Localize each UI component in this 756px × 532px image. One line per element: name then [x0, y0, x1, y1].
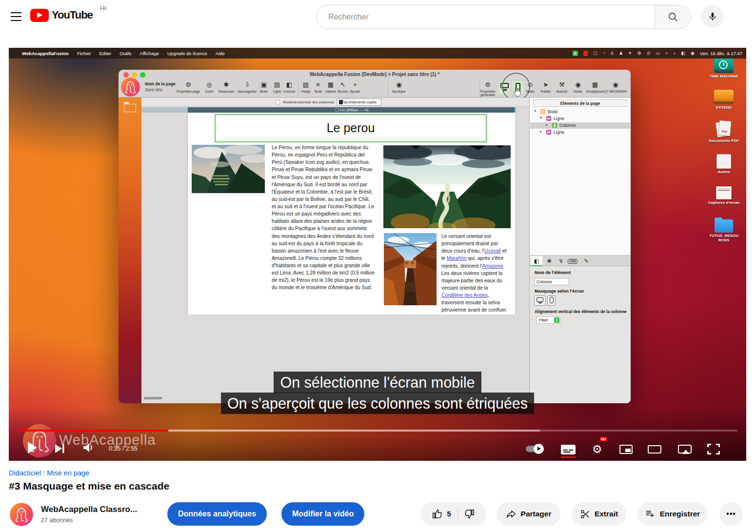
status-spark-icon[interactable]: ✦	[628, 51, 632, 56]
dislike-icon[interactable]	[464, 509, 475, 519]
mic-button[interactable]	[701, 5, 724, 28]
more-actions-button[interactable]: •••	[719, 502, 743, 526]
search-button[interactable]	[655, 5, 691, 28]
tree-row-ligne-1[interactable]: ▾ Ligne	[530, 116, 630, 122]
resize-columns-checkbox[interactable]	[276, 100, 280, 104]
settings-button[interactable]: ⚙HD	[592, 443, 602, 456]
status-camera-icon[interactable]: ◉	[691, 51, 695, 56]
article-link[interactable]: Ucayali	[484, 248, 501, 254]
tree-row-boite[interactable]: ▾ Boite	[530, 109, 630, 115]
window-titlebar[interactable]: WebAcappella Fusion (DevMode) > Projet s…	[119, 70, 631, 79]
tree-row-ligne-2[interactable]: ▸ Ligne	[530, 129, 630, 136]
status-circle-icon[interactable]: ◔	[602, 51, 605, 56]
share-button[interactable]: Partager	[497, 502, 560, 526]
vertical-align-dropdown[interactable]: Haut ▲▼	[536, 316, 560, 324]
menubar-item-editer[interactable]: Editer	[99, 51, 111, 56]
article-link[interactable]: Cordillère des Andes	[441, 293, 488, 298]
play-button[interactable]	[27, 441, 38, 454]
desktop-icon-autres[interactable]: Autres	[707, 154, 740, 174]
toolbar-button-boutique[interactable]: ◉Boutique	[387, 80, 411, 93]
like-icon[interactable]	[432, 509, 442, 519]
mask-desktop-button[interactable]	[534, 296, 546, 306]
menubar-item-aide[interactable]: Aide	[216, 51, 225, 56]
chevron-down-icon[interactable]: ▾	[540, 116, 542, 120]
miniplayer-button[interactable]	[619, 445, 633, 454]
desktop-icon-time-machine[interactable]: TIME MACHINE	[707, 59, 740, 79]
fullscreen-button[interactable]	[707, 444, 720, 454]
chevron-right-icon[interactable]: ▸	[546, 122, 548, 127]
menubar-item-fichier[interactable]: Fichier	[77, 51, 91, 56]
tab-octopus[interactable]: ❋	[543, 256, 555, 266]
status-s-icon[interactable]: S	[611, 51, 614, 56]
channel-name[interactable]: WebAcappella Classro...	[41, 505, 137, 514]
status-user-icon[interactable]: ♟	[619, 51, 623, 56]
subtitles-button[interactable]	[561, 445, 576, 454]
desktop-icon-extend[interactable]: EXTEND	[707, 90, 740, 110]
sidebar-folder-icon[interactable]	[124, 104, 136, 112]
mask-mobile-button[interactable]	[547, 296, 556, 306]
menubar-app-name[interactable]: WebAcappellaFusion	[22, 51, 69, 56]
article-paragraph-2[interactable]: Le versant oriental est principalement d…	[441, 233, 510, 314]
clip-button[interactable]: Extrait	[572, 502, 626, 526]
menubar-item-outils[interactable]: Outils	[119, 51, 131, 56]
street-image[interactable]	[384, 233, 437, 305]
breakpoint-lg-label[interactable]: 🖵 LG (992px → ∞)	[188, 107, 516, 113]
like-dislike-bar: 5	[420, 502, 486, 526]
blue-folder-icon	[715, 219, 733, 233]
title-element-selected[interactable]: Le perou	[215, 114, 487, 142]
tab-edit[interactable]: ✎	[580, 256, 592, 266]
edit-video-button[interactable]: Modifier la vidéo	[281, 502, 364, 526]
menu-icon[interactable]	[11, 12, 22, 22]
volume-icon[interactable]	[83, 442, 96, 453]
status-k-icon[interactable]: k	[573, 51, 578, 56]
tree-row-colonne[interactable]: ▸ Colonne	[530, 122, 630, 129]
status-red-icon[interactable]	[583, 51, 588, 56]
tab-column-properties[interactable]: ◧	[531, 256, 542, 266]
chevron-down-icon[interactable]: ▾	[534, 109, 536, 113]
autoplay-toggle[interactable]	[526, 446, 543, 452]
status-display-icon[interactable]: ▢	[593, 51, 597, 56]
subtitle-line-2[interactable]: On s'aperçoit que les colonnes sont étri…	[9, 393, 746, 414]
analytics-button[interactable]: Données analytiques	[167, 502, 267, 526]
save-playlist-button[interactable]: Enregistrer	[637, 502, 707, 526]
status-switch-icon[interactable]: ◧	[681, 51, 685, 56]
status-gear-icon[interactable]: ⚙	[637, 51, 641, 56]
toolbar-button-proprietes-generales[interactable]: ⚙Propriétés générales	[476, 80, 500, 97]
status-wifi-icon[interactable]: ⌁	[665, 51, 668, 56]
progress-bar[interactable]	[18, 430, 737, 432]
toolbar-button-qt-browser[interactable]: ◉QT BROWSER	[603, 80, 628, 93]
video-watermark: WebAcappella	[22, 423, 178, 458]
status-clock-icon[interactable]: ◷	[647, 51, 651, 56]
channel-avatar[interactable]	[10, 503, 33, 526]
tab-css[interactable]: CSS	[567, 256, 578, 266]
video-category-link[interactable]: Didacticiel : Mise en page	[9, 469, 89, 477]
desktop-icon-tutos-resources[interactable]: TUTOS_RESOURCES	[707, 217, 740, 242]
like-count: 5	[447, 510, 451, 518]
valley-image[interactable]	[383, 145, 511, 228]
store-icon: ◉	[387, 80, 411, 89]
article-link[interactable]: Marañón	[447, 256, 467, 261]
youtube-logo-text: YouTube	[52, 9, 93, 21]
menubar-item-upgrade[interactable]: Upgrade de licence	[167, 51, 207, 56]
article-paragraph-1[interactable]: Le Pérou, en forme longue la république …	[272, 144, 375, 292]
toolbar-button-ajouter[interactable]: +Ajouter	[343, 80, 367, 93]
status-search-icon[interactable]: ⌕	[673, 51, 676, 56]
machu-picchu-image[interactable]	[192, 145, 265, 193]
subtitle-line-1[interactable]: On sélectionne l'écran mobile	[9, 372, 746, 393]
video-player[interactable]: WebAcappellaFusion Fichier Editer Outils…	[9, 48, 746, 461]
article-link[interactable]: Amazone	[482, 263, 503, 269]
menubar-clock[interactable]: Ven. 16 déc. à 17:47	[700, 51, 742, 56]
next-button[interactable]	[55, 443, 65, 454]
element-name-input[interactable]: Colonne	[534, 278, 569, 285]
desktop-icon-captures[interactable]: Captures d'écran	[707, 186, 740, 205]
search-input[interactable]	[317, 5, 655, 28]
chevron-right-icon[interactable]: ▸	[540, 129, 542, 134]
desktop-icon-documents-pdf[interactable]: Documents PDF	[707, 121, 740, 143]
page-canvas[interactable]: Le perou Le Pérou, en forme longue la ré…	[188, 113, 516, 315]
cast-button[interactable]	[678, 445, 692, 453]
menubar-item-affichage[interactable]: Affichage	[140, 51, 159, 56]
theater-mode-button[interactable]	[648, 445, 661, 453]
no-copied-elements-button[interactable]: Pas d'éléments copiés	[337, 99, 381, 106]
status-screen-icon[interactable]: ▭	[656, 51, 660, 56]
tab-actions[interactable]: ↯	[555, 256, 567, 266]
